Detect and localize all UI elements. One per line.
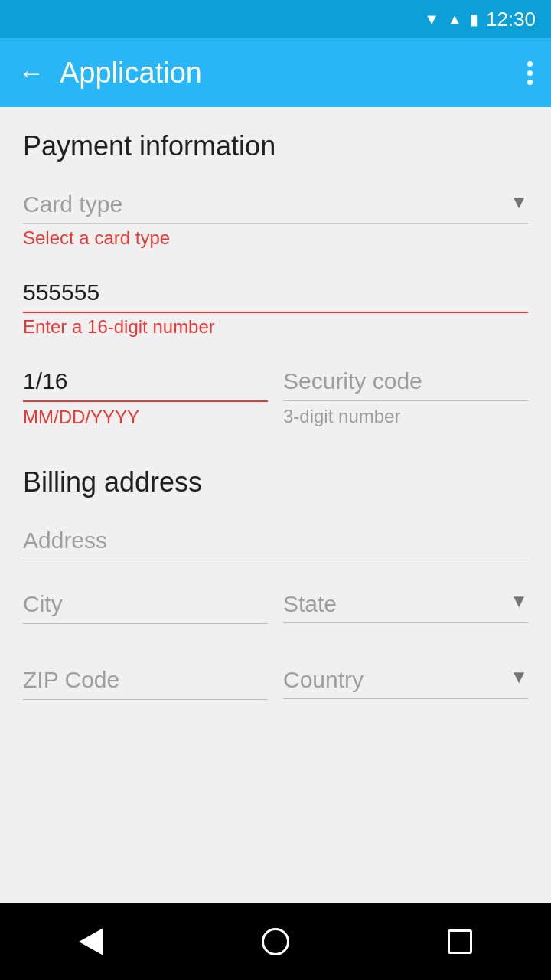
zip-wrapper <box>23 659 268 700</box>
card-type-field-group: Card type Visa Mastercard American Expre… <box>23 184 528 249</box>
expiry-date-wrapper <box>23 361 268 402</box>
dot3 <box>527 80 533 85</box>
battery-icon: ▮ <box>470 10 478 28</box>
country-field-group: Country ▼ <box>283 659 528 704</box>
dot1 <box>527 61 533 67</box>
state-field-group: State ▼ <box>283 583 528 629</box>
bottom-nav <box>0 903 551 980</box>
app-bar-title: Application <box>60 57 512 90</box>
expiry-date-error: MM/DD/YYYY <box>23 407 268 428</box>
card-number-error: Enter a 16-digit number <box>23 316 528 338</box>
security-code-hint: 3-digit number <box>283 406 528 427</box>
payment-section-title: Payment information <box>23 130 528 162</box>
state-chevron-icon: ▼ <box>510 590 528 612</box>
country-select[interactable]: Country <box>283 659 528 699</box>
app-bar: ← Application <box>0 38 551 107</box>
card-number-value: 555555 <box>23 272 528 313</box>
state-select[interactable]: State <box>283 583 528 623</box>
address-field-group <box>23 520 528 560</box>
expiry-date-input[interactable] <box>23 361 268 402</box>
security-code-field-group: 3-digit number <box>283 361 528 428</box>
nav-home-button[interactable] <box>262 928 289 956</box>
card-number-field-group: 555555 Enter a 16-digit number <box>23 272 528 338</box>
signal-icon: ▲ <box>447 11 462 28</box>
billing-section-title: Billing address <box>23 466 528 498</box>
card-type-error: Select a card type <box>23 227 528 249</box>
security-code-input[interactable] <box>283 361 528 401</box>
zip-input[interactable] <box>23 659 268 700</box>
card-type-chevron-icon: ▼ <box>510 191 528 213</box>
back-icon: ← <box>18 58 44 88</box>
dot2 <box>527 70 533 76</box>
nav-recents-button[interactable] <box>448 929 472 954</box>
status-time: 12:30 <box>486 8 536 31</box>
main-content: Payment information Card type Visa Maste… <box>0 107 551 903</box>
security-code-wrapper <box>283 361 528 401</box>
city-state-row: State ▼ <box>23 583 528 636</box>
status-bar: ▼ ▲ ▮ 12:30 <box>0 0 551 38</box>
back-button[interactable]: ← <box>18 58 44 88</box>
expiry-date-field-group: MM/DD/YYYY <box>23 361 268 428</box>
address-wrapper <box>23 520 528 560</box>
zip-country-row: Country ▼ <box>23 659 528 712</box>
city-wrapper <box>23 583 268 624</box>
status-icons: ▼ ▲ ▮ 12:30 <box>424 8 536 31</box>
card-type-select[interactable]: Card type Visa Mastercard American Expre… <box>23 184 528 224</box>
billing-address-section: Billing address State ▼ <box>23 466 528 712</box>
expiry-security-row: MM/DD/YYYY 3-digit number <box>23 361 528 436</box>
state-dropdown-wrapper: State ▼ <box>283 583 528 623</box>
wifi-icon: ▼ <box>424 11 439 28</box>
zip-field-group <box>23 659 268 704</box>
country-dropdown-wrapper: Country ▼ <box>283 659 528 699</box>
country-chevron-icon: ▼ <box>510 666 528 688</box>
nav-back-button[interactable] <box>79 928 103 956</box>
city-input[interactable] <box>23 583 268 624</box>
city-field-group <box>23 583 268 629</box>
address-input[interactable] <box>23 520 528 560</box>
card-type-dropdown-wrapper: Card type Visa Mastercard American Expre… <box>23 184 528 224</box>
more-options-button[interactable] <box>527 61 533 85</box>
